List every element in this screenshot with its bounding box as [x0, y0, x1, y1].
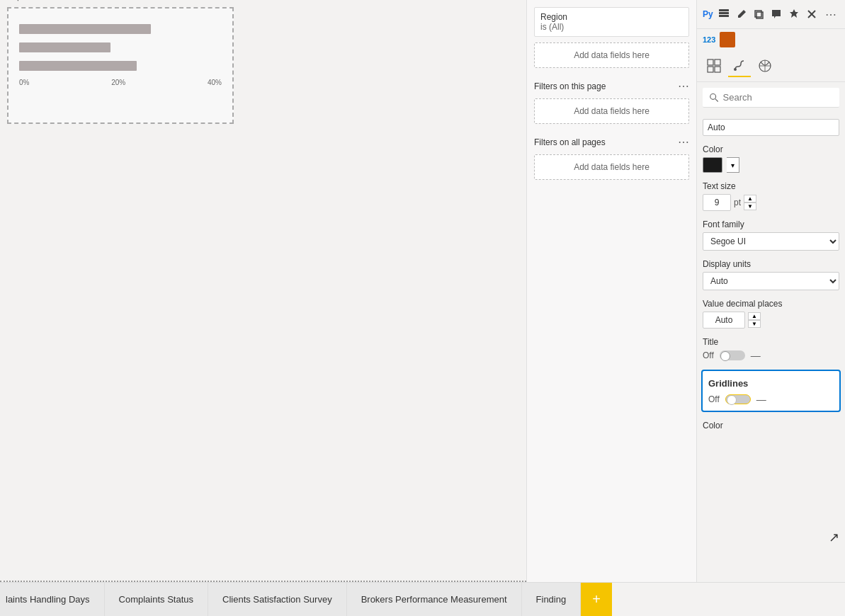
- tab-finding-label: Finding: [536, 594, 567, 605]
- tab-complaints[interactable]: Complaints Status: [105, 583, 209, 616]
- py-button[interactable]: Py: [703, 9, 713, 19]
- text-size-stepper[interactable]: ▲ ▼: [744, 195, 756, 210]
- text-size-label: Text size: [703, 181, 839, 191]
- auto-input[interactable]: [703, 119, 839, 136]
- add-fields-visual[interactable]: Add data fields here: [534, 42, 689, 68]
- viz-more-dots[interactable]: ⋯: [822, 5, 839, 24]
- font-family-label: Font family: [703, 219, 839, 229]
- color-bottom-label: Color: [703, 421, 839, 430]
- svg-rect-2: [719, 15, 729, 17]
- stepper-down[interactable]: ▼: [744, 203, 756, 210]
- gridlines-toggle[interactable]: [725, 394, 751, 404]
- svg-rect-10: [715, 67, 720, 72]
- svg-point-11: [734, 68, 737, 71]
- gridlines-off-label: Off: [708, 394, 720, 404]
- axis-label-20: 20%: [111, 79, 125, 86]
- viz-type-grid[interactable]: [703, 55, 725, 77]
- region-filter-card: Region is (All): [534, 7, 689, 37]
- tab-brokers[interactable]: Brokers Performance Measurement: [347, 583, 522, 616]
- region-value: is (All): [540, 22, 683, 32]
- color-swatch[interactable]: [703, 157, 722, 173]
- bar-row: [19, 41, 222, 54]
- display-units-prop: Display units Auto None Thousands Millio…: [703, 259, 839, 290]
- auto-prop: [703, 119, 839, 136]
- svg-rect-9: [708, 67, 713, 72]
- dotted-divider: [0, 404, 526, 582]
- text-size-input[interactable]: [703, 194, 731, 211]
- copy-icon-btn[interactable]: [752, 4, 766, 24]
- decimal-places-input[interactable]: [703, 312, 745, 329]
- gridlines-toggle-line: —: [756, 394, 766, 405]
- tab-handling-label: laints Handling Days: [6, 594, 90, 605]
- filter-icon[interactable]: ▽: [8, 0, 27, 4]
- title-toggle[interactable]: [720, 350, 745, 360]
- stepper-up[interactable]: ▲: [744, 195, 756, 203]
- svg-rect-8: [715, 59, 720, 65]
- add-fields-page[interactable]: Add data fields here: [534, 98, 689, 124]
- x-icon-btn[interactable]: [805, 4, 818, 24]
- title-label: Title: [703, 337, 839, 347]
- display-units-select[interactable]: Auto None Thousands Millions: [703, 272, 839, 290]
- viz-type-format[interactable]: [728, 55, 751, 77]
- cursor-indicator: ↗: [829, 530, 839, 545]
- search-input[interactable]: [723, 92, 833, 103]
- add-tab-button[interactable]: +: [581, 583, 612, 616]
- filter-page-dots[interactable]: ⋯: [678, 79, 689, 93]
- decimal-stepper-down[interactable]: ▼: [748, 320, 761, 328]
- viz-format-panel: Py ⋯ 123: [696, 0, 845, 582]
- color-prop: Color ▾: [703, 144, 839, 173]
- filters-panel: Region is (All) Add data fields here Fil…: [526, 0, 696, 582]
- filter-all-pages-section: Filters on all pages ⋯ Add data fields h…: [534, 135, 689, 180]
- filter-page-section: Filters on this page ⋯ Add data fields h…: [534, 79, 689, 124]
- main-area: ▽ ⧉ ⋯ 0% 20% 40%: [0, 0, 845, 582]
- color-label: Color: [703, 144, 839, 154]
- gridlines-toggle-row: Off —: [708, 394, 834, 405]
- chart-widget: ▽ ⧉ ⋯ 0% 20% 40%: [7, 7, 234, 124]
- pin-icon-btn[interactable]: [788, 4, 801, 24]
- canvas-area: ▽ ⧉ ⋯ 0% 20% 40%: [0, 0, 526, 582]
- bar-3: [19, 61, 137, 71]
- filter-all-pages-dots[interactable]: ⋯: [678, 135, 689, 149]
- format-search-box[interactable]: [703, 88, 839, 108]
- add-fields-all-pages[interactable]: Add data fields here: [534, 154, 689, 180]
- tab-brokers-label: Brokers Performance Measurement: [361, 594, 507, 605]
- bar-row: [19, 59, 222, 72]
- svg-point-13: [710, 93, 716, 99]
- color-picker: ▾: [703, 157, 839, 173]
- color-bottom-prop: Color: [703, 421, 839, 430]
- tab-satisfaction[interactable]: Clients Satisfaction Survey: [208, 583, 347, 616]
- decimal-stepper[interactable]: ▲ ▼: [748, 312, 761, 328]
- display-units-label: Display units: [703, 259, 839, 269]
- bar-1: [19, 24, 151, 34]
- filter-all-pages-header: Filters on all pages ⋯: [534, 135, 689, 149]
- svg-rect-0: [719, 9, 729, 11]
- viz-type-analytics[interactable]: [754, 55, 776, 77]
- viz-top-toolbar: Py ⋯: [697, 0, 845, 29]
- decimal-places-row: ▲ ▼: [703, 312, 839, 329]
- chart-axis: 0% 20% 40%: [16, 76, 225, 86]
- filter-page-header: Filters on this page ⋯: [534, 79, 689, 93]
- more-options-icon[interactable]: ⋯: [51, 0, 69, 4]
- filter-all-pages-label: Filters on all pages: [534, 137, 606, 147]
- tab-handling[interactable]: laints Handling Days: [0, 583, 105, 616]
- tab-finding[interactable]: Finding: [522, 583, 582, 616]
- title-off-label: Off: [703, 350, 714, 360]
- title-toggle-line: —: [751, 350, 761, 361]
- tab-bar: laints Handling Days Complaints Status C…: [0, 582, 845, 616]
- font-family-select[interactable]: Segoe UI Arial Calibri: [703, 232, 839, 251]
- focus-icon[interactable]: ⧉: [30, 0, 48, 4]
- table-icon-btn[interactable]: [718, 4, 731, 24]
- axis-label-40: 40%: [208, 79, 222, 86]
- orange-square-icon: [720, 32, 735, 47]
- region-label: Region: [540, 12, 683, 22]
- title-toggle-row: Off —: [703, 350, 839, 361]
- viz-type-icons-row: [697, 50, 845, 82]
- axis-label-0: 0%: [19, 79, 29, 86]
- bar-chart: [16, 16, 225, 76]
- bar-2: [19, 42, 110, 52]
- decimal-stepper-up[interactable]: ▲: [748, 312, 761, 320]
- color-dropdown-btn[interactable]: ▾: [727, 157, 739, 173]
- svg-rect-1: [719, 12, 729, 14]
- edit-icon-btn[interactable]: [735, 4, 748, 24]
- comment-icon-btn[interactable]: [770, 4, 783, 24]
